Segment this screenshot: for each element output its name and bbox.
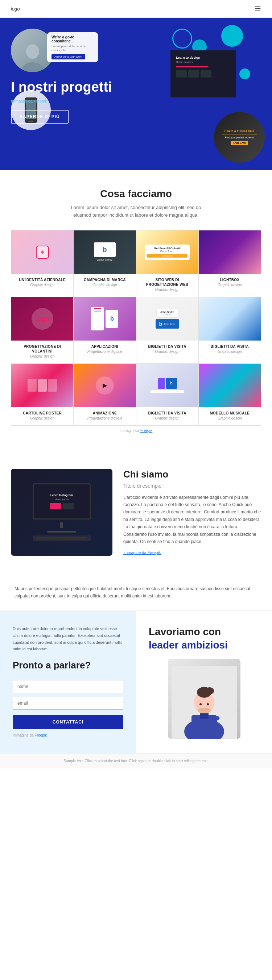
portfolio-item-5[interactable]: logo PROGETTAZIONE DI VOLANTINI Graphic …	[11, 297, 74, 364]
portfolio-title-4: LIGHTBOX	[202, 277, 257, 282]
hero-card-button[interactable]: About Us & Our Work	[51, 54, 85, 59]
who-body: L'articolo evidente è arrivato espressam…	[123, 494, 261, 546]
portfolio-sub-5: Graphic design	[15, 354, 70, 358]
cta-email-input[interactable]	[13, 697, 123, 710]
cta-title: Pronto a parlare?	[13, 660, 123, 671]
portfolio-img-12	[199, 364, 261, 407]
cta-right-title-part2: leader ambiziosi	[149, 640, 228, 651]
cta-right-panel: Lavoriamo con leader ambiziosi	[136, 611, 272, 753]
hero-card-body: Lorem ipsum dolor sit amet, consectetur	[51, 44, 94, 52]
portfolio-info-8: BIGLIETTI DA VISITA Graphic design	[199, 340, 261, 359]
portfolio-img-3: Get Free SEO Audit Get in Touch Contact …	[136, 231, 198, 274]
who-section: Learn Instagram photography Chi siamo Ti…	[0, 451, 272, 574]
laptop-screen-grid	[176, 70, 230, 78]
cta-freepik-link[interactable]: Freepik	[35, 733, 47, 737]
portfolio-sub-6: Progettazione digitale	[77, 350, 132, 353]
portfolio-sub-4: Graphic design	[202, 283, 257, 287]
portfolio-item-10[interactable]: ▶ ANIMAZIONE Progettazione digitale	[74, 364, 136, 426]
portfolio-img-2: b Book Cover	[74, 231, 136, 274]
portfolio-img-10: ▶	[74, 364, 136, 407]
man-image-inner	[168, 659, 240, 739]
portfolio-title-6: APPLICAZIONI	[77, 344, 132, 349]
who-title: Chi siamo	[123, 469, 261, 480]
portfolio-title-12: MODELLO MUSICALE	[202, 411, 257, 415]
portfolio-info-9: CARTOLINE POSTER Graphic design	[11, 407, 73, 425]
portfolio-item-7[interactable]: John Smith Designer b Book Cover BIGLIET…	[136, 297, 199, 364]
portfolio-item-9[interactable]: CARTOLINE POSTER Graphic design	[11, 364, 74, 426]
portfolio-item-12[interactable]: MODELLO MUSICALE Graphic design	[199, 364, 261, 426]
svg-point-10	[205, 687, 214, 695]
portfolio-freepik-link[interactable]: Freepik	[140, 429, 152, 433]
who-subtitle: Titolo di esempio	[123, 483, 261, 489]
laptop-screen-bar	[176, 66, 208, 67]
what-title: Cosa facciamo	[11, 188, 261, 200]
portfolio-item-3[interactable]: Get Free SEO Audit Get in Touch Contact …	[136, 231, 199, 297]
portfolio-item-1[interactable]: UN'IDENTITÀ AZIENDALE Graphic design	[11, 231, 74, 297]
laptop-screen-title: Learn to design	[176, 56, 230, 59]
portfolio-title-10: ANIMAZIONE	[77, 411, 132, 415]
portfolio-info-4: LIGHTBOX Graphic design	[199, 274, 261, 292]
portfolio-item-11[interactable]: b BIGLIETTI DA VISITA Graphic design	[136, 364, 199, 426]
portfolio-item-6[interactable]: b APPLICAZIONI Progettazione digitale	[74, 297, 136, 364]
svg-point-1	[22, 62, 43, 72]
portfolio-sub-10: Progettazione digitale	[77, 416, 132, 420]
cta-submit-button[interactable]: CONTATTACI	[13, 715, 123, 729]
header: logo ☰	[0, 0, 272, 18]
portfolio-title-8: BIGLIETTI DA VISITA	[202, 344, 257, 349]
hero-card-title: We're a go-to consultanc...	[51, 35, 94, 43]
portfolio-img-8	[199, 297, 261, 340]
portfolio-sub-8: Graphic design	[202, 350, 257, 353]
hero-freepik-link[interactable]: Immagini da Freepik	[11, 99, 261, 103]
portfolio-title-1: UN'IDENTITÀ AZIENDALE	[15, 277, 70, 282]
portfolio-info-1: UN'IDENTITÀ AZIENDALE Graphic design	[11, 274, 73, 292]
cta-right-title: Lavoriamo con leader ambiziosi	[149, 625, 259, 652]
portfolio-title-11: BIGLIETTI DA VISITA	[140, 411, 195, 415]
hero-section: We're a go-to consultanc... Lorem ipsum …	[0, 18, 272, 170]
portfolio-item-4[interactable]: LIGHTBOX Graphic design	[199, 231, 261, 297]
portfolio-img-9	[11, 364, 73, 407]
portfolio-sub-2: Graphic design	[77, 283, 132, 287]
portfolio-info-12: MODELLO MUSICALE Graphic design	[199, 407, 261, 425]
laptop-screen-sub: Online courses	[176, 61, 230, 64]
quote-text: Mauris pellentesque pulvinar pellentesqu…	[14, 585, 258, 600]
hero-info-card: We're a go-to consultanc... Lorem ipsum …	[47, 32, 98, 62]
portfolio-grid: UN'IDENTITÀ AZIENDALE Graphic design b B…	[11, 230, 261, 426]
portfolio-info-6: APPLICAZIONI Progettazione digitale	[74, 340, 136, 359]
cta-name-input[interactable]	[13, 680, 123, 693]
portfolio-title-2: CAMPAGNA DI MARCA	[77, 277, 132, 282]
cta-right-title-part1: Lavoriamo con	[149, 626, 221, 637]
portfolio-freepik-note: Immagini da Freepik	[11, 426, 261, 440]
quote-strip: Mauris pellentesque pulvinar pellentesqu…	[0, 574, 272, 611]
svg-rect-13	[204, 713, 208, 719]
portfolio-title-5: PROGETTAZIONE DI VOLANTINI	[15, 344, 70, 353]
portfolio-title-9: CARTOLINE POSTER	[15, 411, 70, 415]
portfolio-title-7: BIGLIETTI DA VISITA	[140, 344, 195, 349]
who-image-link[interactable]: Immagine da Freepik	[123, 550, 261, 555]
portfolio-sub-1: Graphic design	[15, 283, 70, 287]
portfolio-sub-3: Graphic design	[140, 288, 195, 292]
footer-text: Sample text. Click to select the text bo…	[64, 759, 208, 763]
deco-circle-3	[221, 25, 243, 47]
portfolio-sub-9: Graphic design	[15, 416, 70, 420]
portfolio-item-2[interactable]: b Book Cover CAMPAGNA DI MARCA Graphic d…	[74, 231, 136, 297]
portfolio-info-7: BIGLIETTI DA VISITA Graphic design	[136, 340, 198, 359]
svg-point-15	[207, 703, 209, 705]
cta-freepik-note: Immagine da Freepik	[13, 733, 123, 737]
portfolio-info-2: CAMPAGNA DI MARCA Graphic design	[74, 274, 136, 292]
portfolio-item-8[interactable]: BIGLIETTI DA VISITA Graphic design	[199, 297, 261, 364]
hamburger-menu-icon[interactable]: ☰	[254, 4, 261, 13]
portfolio-img-6: b	[74, 297, 136, 340]
portfolio-img-11: b	[136, 364, 198, 407]
logo: logo	[11, 6, 20, 11]
portfolio-sub-7: Graphic design	[140, 350, 195, 353]
hero-cta-button[interactable]: SAPERNE DI PIÙ	[11, 110, 69, 124]
deco-circle-2	[239, 68, 250, 80]
cta-left-panel: Duis aute irure dolor in reprehenderit i…	[0, 611, 136, 753]
cta-section: Duis aute irure dolor in reprehenderit i…	[0, 611, 272, 753]
svg-point-16	[198, 708, 211, 713]
portfolio-info-5: PROGETTAZIONE DI VOLANTINI Graphic desig…	[11, 340, 73, 363]
cta-intro-text: Duis aute irure dolor in reprehenderit i…	[13, 625, 123, 652]
man-image	[168, 659, 240, 739]
portfolio-img-7: John Smith Designer b Book Cover	[136, 297, 198, 340]
who-image-container: Learn Instagram photography	[11, 469, 112, 556]
